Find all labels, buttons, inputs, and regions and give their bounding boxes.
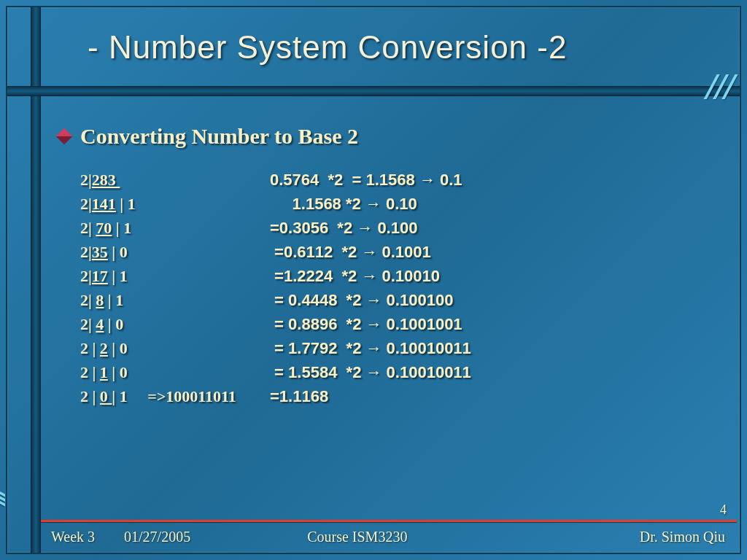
calc-row: 2|283 0.5764 *2 = 1.1568 → 0.1 xyxy=(80,168,718,192)
calc-right: =1.1168 xyxy=(270,384,328,408)
calc-left-prefix: 2 | xyxy=(80,363,100,381)
calc-row: 2 | 1 | 0 = 1.5584 *2 → 0.10010011 xyxy=(80,360,718,384)
calc-right: =1.2224 *2 → 0.10010 xyxy=(270,264,440,288)
calc-left-suffix: | 0 xyxy=(108,243,128,261)
footer-date: 01/27/2005 xyxy=(124,529,190,545)
calc-left-prefix: 2| xyxy=(80,267,92,285)
horizontal-divider xyxy=(7,86,740,96)
calculation-block: 2|283 0.5764 *2 = 1.1568 → 0.12|141 | 1 … xyxy=(80,168,718,408)
calc-left-suffix: | 0 xyxy=(108,339,128,357)
calc-row: 2| 8 | 1 = 0.4448 *2 → 0.100100 xyxy=(80,288,718,312)
diamond-bullet-icon xyxy=(56,128,73,145)
footer: Week 3 01/27/2005 Course ISM3230 Dr. Sim… xyxy=(51,529,725,545)
calc-row: 2|17 | 1 =1.2224 *2 → 0.10010 xyxy=(80,264,718,288)
heading-text: Converting Number to Base 2 xyxy=(80,124,358,149)
calc-left: 2 | 2 | 0 xyxy=(80,336,270,360)
calc-left: 2|17 | 1 xyxy=(80,264,270,288)
calc-row: 2|141 | 1 1.1568 *2 → 0.10 xyxy=(80,192,718,216)
calc-left-suffix: | 1 xyxy=(116,195,136,213)
decor-stripes-top-icon: /// xyxy=(705,68,732,107)
calc-left-number: 1 xyxy=(100,363,108,381)
footer-week: Week 3 xyxy=(51,529,95,545)
calc-right: 0.5764 *2 = 1.1568 → 0.1 xyxy=(270,168,462,192)
calc-left-suffix: | 1 =>100011011 xyxy=(112,387,236,405)
calc-left: 2|283 xyxy=(80,168,270,192)
calc-left-prefix: 2| xyxy=(80,243,92,261)
calc-left-number: 2 xyxy=(100,339,108,357)
calc-left-prefix: 2| xyxy=(80,291,96,309)
calc-left-suffix: | 0 xyxy=(104,315,123,333)
bullet-heading: Converting Number to Base 2 xyxy=(58,124,718,149)
calc-row: 2| 70 | 1=0.3056 *2 → 0.100 xyxy=(80,216,718,240)
footer-instructor: Dr. Simon Qiu xyxy=(640,529,725,545)
calc-left-number: 283 xyxy=(92,171,120,189)
calc-row: 2 | 0 | 1 =>100011011=1.1168 xyxy=(80,384,718,408)
calc-left: 2 | 0 | 1 =>100011011 xyxy=(80,384,270,408)
calc-left-number: 141 xyxy=(92,195,116,213)
calc-right: 1.1568 *2 → 0.10 xyxy=(270,192,417,216)
calc-left-prefix: 2 | xyxy=(80,387,100,405)
calc-right: =0.3056 *2 → 0.100 xyxy=(270,216,417,240)
calc-left: 2|141 | 1 xyxy=(80,192,270,216)
calc-left-number: 70 xyxy=(96,219,112,237)
footer-course: Course ISM3230 xyxy=(307,529,407,545)
calc-right: = 1.7792 *2 → 0.10010011 xyxy=(270,336,471,360)
calc-left-number: 4 xyxy=(96,315,104,333)
calc-left: 2| 70 | 1 xyxy=(80,216,270,240)
calc-left-number: 0 xyxy=(100,387,112,405)
calc-left-prefix: 2| xyxy=(80,219,96,237)
calc-left: 2|35 | 0 xyxy=(80,240,270,264)
calc-right: = 1.5584 *2 → 0.10010011 xyxy=(270,360,471,384)
slide-title: - Number System Conversion -2 xyxy=(88,29,567,66)
page-number: 4 xyxy=(720,502,727,518)
calc-left: 2 | 1 | 0 xyxy=(80,360,270,384)
calc-left: 2| 4 | 0 xyxy=(80,312,270,336)
calc-left-number: 35 xyxy=(92,243,108,261)
calc-row: 2| 4 | 0 = 0.8896 *2 → 0.1001001 xyxy=(80,312,718,336)
footer-divider xyxy=(41,520,737,522)
calc-row: 2 | 2 | 0 = 1.7792 *2 → 0.10010011 xyxy=(80,336,718,360)
calc-left-suffix: | 1 xyxy=(112,219,131,237)
calc-left-suffix: | 0 xyxy=(108,363,128,381)
calc-left: 2| 8 | 1 xyxy=(80,288,270,312)
decor-stripes-bottom-icon: /// xyxy=(0,484,10,499)
calc-left-suffix: | 1 xyxy=(104,291,123,309)
calc-right: = 0.8896 *2 → 0.1001001 xyxy=(270,312,462,336)
calc-row: 2|35 | 0 =0.6112 *2 → 0.1001 xyxy=(80,240,718,264)
calc-right: =0.6112 *2 → 0.1001 xyxy=(270,240,431,264)
calc-left-prefix: 2| xyxy=(80,195,92,213)
content-area: Converting Number to Base 2 2|283 0.5764… xyxy=(58,124,718,408)
calc-left-number: 8 xyxy=(96,291,104,309)
calc-left-prefix: 2 | xyxy=(80,339,100,357)
calc-right: = 0.4448 *2 → 0.100100 xyxy=(270,288,453,312)
calc-left-prefix: 2| xyxy=(80,171,92,189)
calc-left-prefix: 2| xyxy=(80,315,96,333)
calc-left-number: 17 xyxy=(92,267,108,285)
calc-left-suffix: | 1 xyxy=(108,267,128,285)
